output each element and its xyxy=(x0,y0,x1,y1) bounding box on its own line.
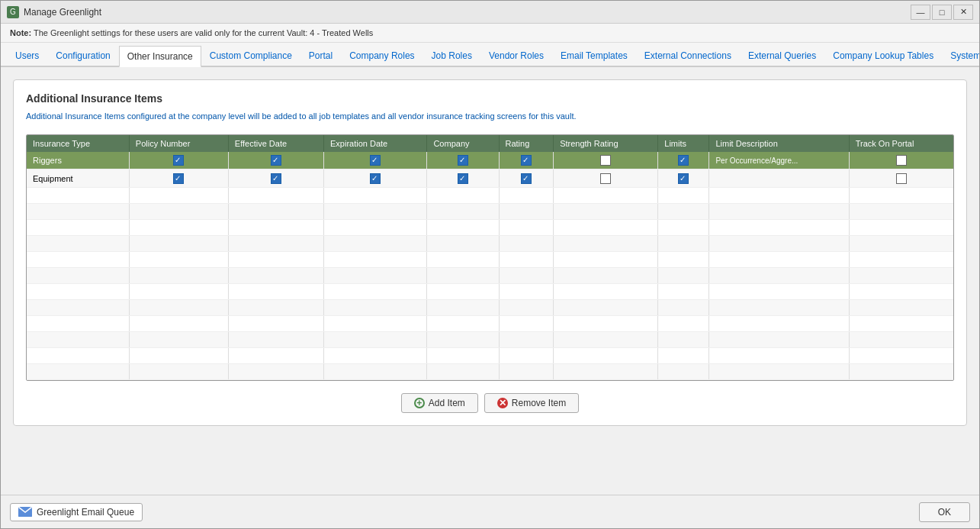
effectiveDate-checkbox[interactable] xyxy=(271,173,281,184)
limit-description-cell xyxy=(709,169,849,187)
effectiveDate-cell[interactable] xyxy=(228,152,323,169)
strengthRating-cell[interactable] xyxy=(554,152,658,169)
empty-row xyxy=(27,283,953,299)
section-description: Additional Insurance Items configured at… xyxy=(26,111,954,122)
track-on-portal-cell[interactable] xyxy=(849,152,953,169)
remove-icon: ✕ xyxy=(497,398,508,408)
track-on-portal-checkbox[interactable] xyxy=(896,155,907,166)
maximize-button[interactable]: □ xyxy=(932,5,952,20)
company-checkbox[interactable] xyxy=(458,173,468,184)
app-icon: G xyxy=(7,6,19,18)
expirationDate-cell[interactable] xyxy=(324,169,427,187)
add-item-button[interactable]: + Add Item xyxy=(401,393,478,413)
empty-row xyxy=(27,331,953,347)
limits-cell[interactable] xyxy=(658,169,709,187)
close-button[interactable]: ✕ xyxy=(953,5,973,20)
insurance-table: Insurance TypePolicy NumberEffective Dat… xyxy=(27,135,953,379)
limits-cell[interactable] xyxy=(658,152,709,169)
strengthRating-checkbox[interactable] xyxy=(600,155,611,166)
limit-description-cell: Per Occurrence/Aggre... xyxy=(709,152,849,169)
tab-other-insurance[interactable]: Other Insurance xyxy=(119,46,201,67)
policyNumber-cell[interactable] xyxy=(129,169,228,187)
rating-cell[interactable] xyxy=(499,169,554,187)
col-header-limit-description: Limit Description xyxy=(709,135,849,152)
company-cell[interactable] xyxy=(427,152,499,169)
company-cell[interactable] xyxy=(427,169,499,187)
limits-checkbox[interactable] xyxy=(678,155,689,166)
tab-system-lookup-tables[interactable]: System Lookup Tables xyxy=(942,44,980,66)
tab-external-connections[interactable]: External Connections xyxy=(636,44,740,66)
table-row[interactable]: RiggersPer Occurrence/Aggre... xyxy=(27,152,953,169)
add-item-label: Add Item xyxy=(429,398,465,408)
tab-custom-compliance[interactable]: Custom Compliance xyxy=(201,44,300,66)
title-bar: G Manage Greenlight — □ ✕ xyxy=(1,1,979,24)
email-queue-label: Greenlight Email Queue xyxy=(37,507,134,518)
col-header-effective-date: Effective Date xyxy=(228,135,323,152)
col-header-track-on-portal: Track On Portal xyxy=(849,135,953,152)
empty-row xyxy=(27,203,953,219)
minimize-button[interactable]: — xyxy=(911,5,930,20)
tab-company-lookup-tables[interactable]: Company Lookup Tables xyxy=(824,44,942,66)
buttons-area: + Add Item ✕ Remove Item xyxy=(26,393,954,413)
strengthRating-checkbox[interactable] xyxy=(600,173,611,184)
effectiveDate-checkbox[interactable] xyxy=(271,155,281,166)
empty-row xyxy=(27,299,953,315)
empty-row xyxy=(27,251,953,267)
empty-row xyxy=(27,315,953,331)
table-header-row: Insurance TypePolicy NumberEffective Dat… xyxy=(27,135,953,152)
expirationDate-cell[interactable] xyxy=(324,152,427,169)
ok-button[interactable]: OK xyxy=(919,502,970,522)
tab-bar: UsersConfigurationOther InsuranceCustom … xyxy=(1,43,979,67)
policyNumber-checkbox[interactable] xyxy=(173,173,184,184)
empty-row xyxy=(27,235,953,251)
expirationDate-checkbox[interactable] xyxy=(370,173,381,184)
section-title: Additional Insurance Items xyxy=(26,92,954,105)
tab-vendor-roles[interactable]: Vendor Roles xyxy=(480,44,552,66)
tab-users[interactable]: Users xyxy=(7,44,47,66)
tab-company-roles[interactable]: Company Roles xyxy=(341,44,423,66)
note-bar: Note: The Greenlight settings for these … xyxy=(1,24,979,43)
note-label: Note: xyxy=(10,28,31,37)
rating-checkbox[interactable] xyxy=(521,173,532,184)
col-header-limits: Limits xyxy=(658,135,709,152)
policyNumber-checkbox[interactable] xyxy=(173,155,184,166)
rating-cell[interactable] xyxy=(499,152,554,169)
effectiveDate-cell[interactable] xyxy=(228,169,323,187)
col-header-company: Company xyxy=(427,135,499,152)
track-on-portal-cell[interactable] xyxy=(849,169,953,187)
col-header-strength-rating: Strength Rating xyxy=(554,135,658,152)
col-header-expiration-date: Expiration Date xyxy=(324,135,427,152)
strengthRating-cell[interactable] xyxy=(554,169,658,187)
section-box: Additional Insurance Items Additional In… xyxy=(13,79,967,426)
track-on-portal-checkbox[interactable] xyxy=(896,173,907,184)
window-controls: — □ ✕ xyxy=(911,5,973,20)
note-text: The Greenlight settings for these users … xyxy=(34,28,373,37)
tab-job-roles[interactable]: Job Roles xyxy=(423,44,480,66)
empty-row xyxy=(27,267,953,283)
tab-email-templates[interactable]: Email Templates xyxy=(552,44,636,66)
tab-external-queries[interactable]: External Queries xyxy=(740,44,824,66)
bottom-bar: Greenlight Email Queue OK xyxy=(1,495,979,528)
col-header-rating: Rating xyxy=(499,135,554,152)
limits-checkbox[interactable] xyxy=(678,173,689,184)
col-header-policy-number: Policy Number xyxy=(129,135,228,152)
rating-checkbox[interactable] xyxy=(521,155,532,166)
add-icon: + xyxy=(414,398,425,408)
tab-configuration[interactable]: Configuration xyxy=(47,44,118,66)
expirationDate-checkbox[interactable] xyxy=(370,155,381,166)
window-title: Manage Greenlight xyxy=(24,7,911,18)
remove-item-label: Remove Item xyxy=(512,398,566,408)
empty-row xyxy=(27,347,953,363)
policyNumber-cell[interactable] xyxy=(129,152,228,169)
empty-row xyxy=(27,187,953,203)
tab-portal[interactable]: Portal xyxy=(300,44,341,66)
insurance-type-cell: Equipment xyxy=(27,169,129,187)
insurance-table-wrapper: Insurance TypePolicy NumberEffective Dat… xyxy=(26,134,954,380)
empty-row xyxy=(27,363,953,379)
table-row[interactable]: Equipment xyxy=(27,169,953,187)
company-checkbox[interactable] xyxy=(458,155,468,166)
main-content: Additional Insurance Items Additional In… xyxy=(1,67,979,495)
remove-item-button[interactable]: ✕ Remove Item xyxy=(484,393,579,413)
col-header-insurance-type: Insurance Type xyxy=(27,135,129,152)
email-queue-button[interactable]: Greenlight Email Queue xyxy=(10,503,143,521)
